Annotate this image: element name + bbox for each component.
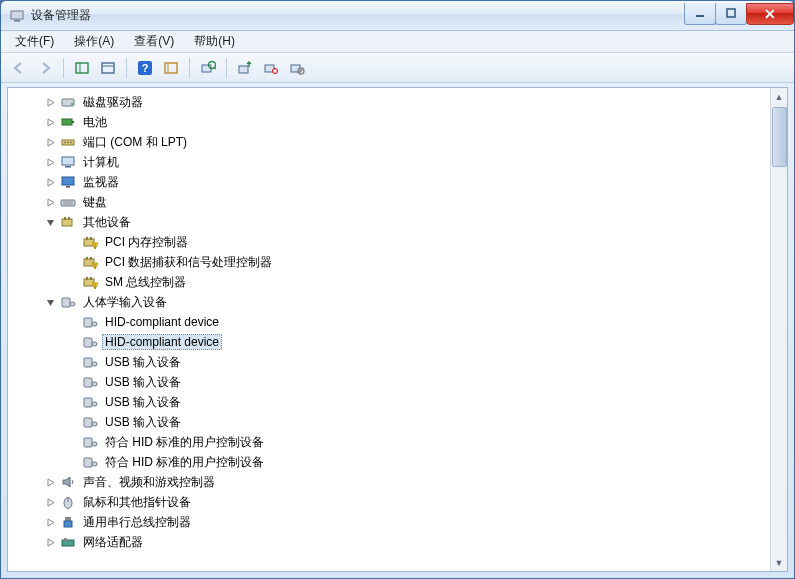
tree-item-label[interactable]: 计算机: [80, 153, 122, 172]
scroll-down-arrow[interactable]: ▼: [772, 554, 787, 571]
tree-row[interactable]: 鼠标和其他指针设备: [8, 492, 770, 512]
hid-icon: [82, 434, 98, 450]
tree-item-label[interactable]: HID-compliant device: [102, 334, 222, 350]
tree-row[interactable]: 符合 HID 标准的用户控制设备: [8, 452, 770, 472]
collapse-icon[interactable]: [42, 294, 58, 310]
tree-item-label[interactable]: 通用串行总线控制器: [80, 513, 194, 532]
tree-item-label[interactable]: 其他设备: [80, 213, 134, 232]
keyboard-icon: [60, 194, 76, 210]
device-tree[interactable]: 磁盘驱动器电池端口 (COM 和 LPT)计算机监视器键盘其他设备!PCI 内存…: [8, 88, 770, 571]
tree-row[interactable]: HID-compliant device: [8, 332, 770, 352]
tree-row[interactable]: 通用串行总线控制器: [8, 512, 770, 532]
vertical-scrollbar[interactable]: ▲ ▼: [770, 88, 787, 571]
tree-row[interactable]: 人体学输入设备: [8, 292, 770, 312]
tree-item-label[interactable]: 监视器: [80, 173, 122, 192]
svg-rect-25: [62, 119, 72, 125]
tree-row[interactable]: USB 输入设备: [8, 392, 770, 412]
tree-row[interactable]: HID-compliant device: [8, 312, 770, 332]
forward-button[interactable]: [33, 56, 57, 80]
maximize-button[interactable]: [715, 3, 747, 25]
tree-row[interactable]: 电池: [8, 112, 770, 132]
no-expander: [64, 434, 80, 450]
properties-button[interactable]: [96, 56, 120, 80]
device-manager-window: 设备管理器 ✕ 文件(F) 操作(A) 查看(V) 帮助(H) ? 磁盘驱动器电…: [0, 0, 795, 579]
computer-icon: [60, 154, 76, 170]
update-driver-button[interactable]: [233, 56, 257, 80]
tree-row[interactable]: USB 输入设备: [8, 372, 770, 392]
expand-icon[interactable]: [42, 154, 58, 170]
menu-help[interactable]: 帮助(H): [184, 31, 245, 52]
svg-text:?: ?: [142, 62, 149, 74]
tree-row[interactable]: !SM 总线控制器: [8, 272, 770, 292]
tree-item-label[interactable]: USB 输入设备: [102, 353, 184, 372]
sound-icon: [60, 474, 76, 490]
svg-rect-47: [90, 257, 92, 260]
tree-item-label[interactable]: PCI 数据捕获和信号处理控制器: [102, 253, 275, 272]
menu-view[interactable]: 查看(V): [124, 31, 184, 52]
svg-rect-26: [72, 121, 74, 123]
tree-item-label[interactable]: PCI 内存控制器: [102, 233, 191, 252]
tree-row[interactable]: 其他设备: [8, 212, 770, 232]
scroll-up-arrow[interactable]: ▲: [772, 88, 787, 105]
expand-icon[interactable]: [42, 474, 58, 490]
toolbar-separator: [63, 58, 64, 78]
tree-item-label[interactable]: HID-compliant device: [102, 314, 222, 330]
tree-row[interactable]: !PCI 数据捕获和信号处理控制器: [8, 252, 770, 272]
tree-row[interactable]: 磁盘驱动器: [8, 92, 770, 112]
uninstall-button[interactable]: [259, 56, 283, 80]
tree-row[interactable]: 端口 (COM 和 LPT): [8, 132, 770, 152]
expand-icon[interactable]: [42, 494, 58, 510]
svg-rect-62: [92, 382, 97, 386]
no-expander: [64, 354, 80, 370]
svg-rect-2: [696, 15, 704, 17]
expand-icon[interactable]: [42, 174, 58, 190]
tree-item-label[interactable]: 声音、视频和游戏控制器: [80, 473, 218, 492]
tree-item-label[interactable]: 端口 (COM 和 LPT): [80, 133, 190, 152]
back-button[interactable]: [7, 56, 31, 80]
collapse-icon[interactable]: [42, 214, 58, 230]
tree-item-label[interactable]: 人体学输入设备: [80, 293, 170, 312]
tree-row[interactable]: 声音、视频和游戏控制器: [8, 472, 770, 492]
tree-row[interactable]: 计算机: [8, 152, 770, 172]
show-hide-console-button[interactable]: [70, 56, 94, 80]
svg-rect-51: [90, 277, 92, 280]
tree-item-label[interactable]: 网络适配器: [80, 533, 146, 552]
menu-action[interactable]: 操作(A): [64, 31, 124, 52]
expand-icon[interactable]: [42, 94, 58, 110]
disable-button[interactable]: [285, 56, 309, 80]
tree-item-label[interactable]: SM 总线控制器: [102, 273, 189, 292]
tree-row[interactable]: 符合 HID 标准的用户控制设备: [8, 432, 770, 452]
close-button[interactable]: ✕: [746, 3, 794, 25]
tree-row[interactable]: USB 输入设备: [8, 412, 770, 432]
svg-rect-59: [84, 358, 92, 367]
tree-item-label[interactable]: 电池: [80, 113, 110, 132]
tree-item-label[interactable]: 磁盘驱动器: [80, 93, 146, 112]
tree-item-label[interactable]: 符合 HID 标准的用户控制设备: [102, 433, 267, 452]
tree-row[interactable]: 键盘: [8, 192, 770, 212]
tree-item-label[interactable]: 符合 HID 标准的用户控制设备: [102, 453, 267, 472]
tree-row[interactable]: USB 输入设备: [8, 352, 770, 372]
minimize-button[interactable]: [684, 3, 716, 25]
scroll-thumb[interactable]: [772, 107, 787, 167]
help-button[interactable]: ?: [133, 56, 157, 80]
svg-rect-15: [239, 66, 248, 73]
tree-row[interactable]: 网络适配器: [8, 532, 770, 552]
expand-icon[interactable]: [42, 194, 58, 210]
expand-icon[interactable]: [42, 534, 58, 550]
expand-icon[interactable]: [42, 114, 58, 130]
tree-item-label[interactable]: USB 输入设备: [102, 413, 184, 432]
scan-hardware-button[interactable]: [196, 56, 220, 80]
tree-item-label[interactable]: USB 输入设备: [102, 393, 184, 412]
tree-item-label[interactable]: USB 输入设备: [102, 373, 184, 392]
expand-icon[interactable]: [42, 514, 58, 530]
svg-rect-66: [92, 422, 97, 426]
svg-rect-75: [62, 540, 74, 546]
action-button[interactable]: [159, 56, 183, 80]
titlebar[interactable]: 设备管理器 ✕: [1, 1, 794, 31]
tree-row[interactable]: 监视器: [8, 172, 770, 192]
tree-item-label[interactable]: 鼠标和其他指针设备: [80, 493, 194, 512]
tree-row[interactable]: !PCI 内存控制器: [8, 232, 770, 252]
menu-file[interactable]: 文件(F): [5, 31, 64, 52]
expand-icon[interactable]: [42, 134, 58, 150]
tree-item-label[interactable]: 键盘: [80, 193, 110, 212]
